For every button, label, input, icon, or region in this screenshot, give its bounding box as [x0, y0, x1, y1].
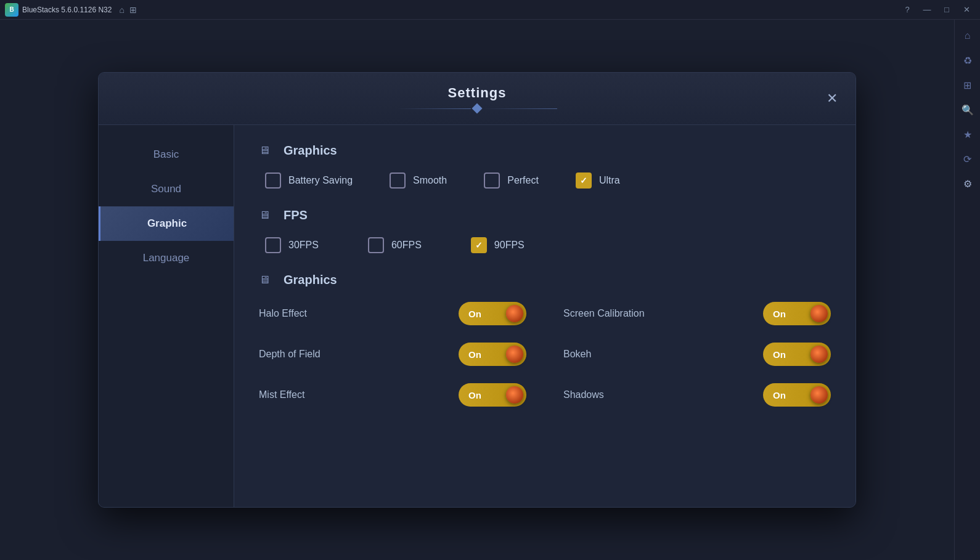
mist-effect-value: On — [468, 390, 481, 400]
sidebar-star-icon[interactable]: ★ — [958, 124, 978, 144]
nav-sound[interactable]: Sound — [99, 172, 234, 206]
sidebar-search-icon[interactable]: 🔍 — [958, 100, 978, 120]
perfect-option[interactable]: Perfect — [484, 172, 539, 189]
nav-graphic[interactable]: Graphic — [99, 206, 234, 241]
multiinstance-icon[interactable]: ⊞ — [129, 5, 137, 15]
shadows-row: Shadows On — [563, 383, 831, 407]
fps-header: 🖥 FPS — [259, 208, 831, 222]
fps90-checkmark: ✓ — [475, 240, 483, 250]
settings-content: 🖥 Graphics Battery Saving Smooth Perfect — [234, 125, 855, 507]
battery-saving-checkbox[interactable] — [265, 172, 281, 189]
mist-effect-knob — [506, 386, 523, 404]
battery-saving-option[interactable]: Battery Saving — [265, 172, 353, 189]
fps60-checkbox[interactable] — [368, 237, 384, 253]
close-button[interactable]: ✕ — [958, 1, 975, 18]
modal-title: Settings — [111, 85, 843, 101]
sidebar-home-icon[interactable]: ⌂ — [958, 26, 978, 46]
bokeh-knob — [811, 346, 828, 363]
ultra-checkbox[interactable]: ✓ — [576, 172, 592, 189]
depth-of-field-knob — [506, 346, 523, 363]
window-controls: ? — □ ✕ — [899, 1, 975, 18]
monitor-icon: 🖥 — [259, 144, 276, 158]
mist-effect-toggle[interactable]: On — [459, 383, 526, 407]
deco-line-right — [483, 108, 557, 109]
app-title: BlueStacks 5.6.0.1126 N32 — [22, 6, 112, 14]
bokeh-value: On — [773, 349, 786, 360]
screen-calibration-toggle[interactable]: On — [763, 302, 831, 325]
sidebar-refresh-icon[interactable]: ♻ — [958, 51, 978, 70]
help-button[interactable]: ? — [899, 1, 916, 18]
mist-effect-row: Mist Effect On — [259, 383, 526, 407]
graphics-quality-header: 🖥 Graphics — [259, 144, 831, 158]
nav-language[interactable]: Language — [99, 241, 234, 275]
screen-calibration-knob — [811, 305, 828, 322]
restore-button[interactable]: □ — [938, 1, 955, 18]
deco-diamond — [472, 103, 483, 114]
battery-saving-label: Battery Saving — [288, 175, 353, 186]
depth-of-field-label: Depth of Field — [259, 349, 321, 360]
fps30-option[interactable]: 30FPS — [265, 237, 319, 253]
modal-body: Basic Sound Graphic Language 🖥 Graphics … — [99, 125, 855, 507]
right-sidebar: ⌂ ♻ ⊞ 🔍 ★ ⟳ ⚙ — [954, 20, 980, 560]
perfect-checkbox[interactable] — [484, 172, 500, 189]
screen-calibration-row: Screen Calibration On — [563, 302, 831, 325]
effects-title: Graphics — [284, 273, 337, 287]
titlebar: B BlueStacks 5.6.0.1126 N32 ⌂ ⊞ ? — □ ✕ — [0, 0, 980, 20]
sidebar-apps-icon[interactable]: ⊞ — [958, 75, 978, 95]
fps-options: 30FPS 60FPS ✓ 90FPS — [259, 237, 831, 253]
home-icon[interactable]: ⌂ — [119, 5, 124, 15]
shadows-knob — [811, 386, 828, 404]
depth-of-field-row: Depth of Field On — [259, 343, 526, 366]
ultra-checkmark: ✓ — [580, 176, 587, 185]
shadows-value: On — [773, 390, 786, 400]
smooth-label: Smooth — [413, 175, 447, 186]
halo-effect-knob — [506, 305, 523, 322]
halo-effect-label: Halo Effect — [259, 308, 307, 319]
ultra-option[interactable]: ✓ Ultra — [576, 172, 620, 189]
halo-effect-row: Halo Effect On — [259, 302, 526, 325]
screen-calibration-label: Screen Calibration — [563, 308, 645, 319]
ultra-label: Ultra — [599, 175, 620, 186]
graphics-effects-header: 🖥 Graphics — [259, 273, 831, 287]
mist-effect-label: Mist Effect — [259, 389, 304, 400]
sidebar-rotate-icon[interactable]: ⟳ — [958, 149, 978, 169]
perfect-label: Perfect — [507, 175, 539, 186]
title-decoration — [111, 105, 843, 112]
screen-calibration-value: On — [773, 309, 786, 319]
bokeh-toggle[interactable]: On — [763, 343, 831, 366]
settings-modal: Settings ✕ Basic Sound Graphic Language — [98, 72, 856, 508]
app-logo: B — [5, 3, 18, 17]
smooth-option[interactable]: Smooth — [390, 172, 447, 189]
halo-effect-toggle[interactable]: On — [459, 302, 526, 325]
fps90-option[interactable]: ✓ 90FPS — [471, 237, 525, 253]
settings-nav: Basic Sound Graphic Language — [99, 125, 234, 507]
fps90-label: 90FPS — [494, 240, 525, 251]
bokeh-label: Bokeh — [563, 349, 591, 360]
fps-title: FPS — [284, 208, 308, 222]
depth-of-field-toggle[interactable]: On — [459, 343, 526, 366]
bokeh-row: Bokeh On — [563, 343, 831, 366]
halo-effect-value: On — [468, 309, 481, 319]
graphics-quality-options: Battery Saving Smooth Perfect ✓ — [259, 172, 831, 189]
nav-basic[interactable]: Basic — [99, 137, 234, 172]
effects-grid: Halo Effect On Screen Calibration On — [259, 302, 831, 407]
fps90-checkbox[interactable]: ✓ — [471, 237, 487, 253]
smooth-checkbox[interactable] — [390, 172, 406, 189]
modal-header: Settings ✕ — [99, 73, 855, 125]
deco-line-left — [397, 108, 471, 109]
graphics-quality-title: Graphics — [284, 144, 337, 158]
modal-overlay: Settings ✕ Basic Sound Graphic Language — [0, 20, 954, 560]
fps30-checkbox[interactable] — [265, 237, 281, 253]
minimize-button[interactable]: — — [918, 1, 936, 18]
effects-monitor-icon: 🖥 — [259, 274, 276, 287]
sidebar-settings-icon[interactable]: ⚙ — [958, 174, 978, 193]
fps60-label: 60FPS — [391, 240, 422, 251]
depth-of-field-value: On — [468, 349, 481, 360]
fps-monitor-icon: 🖥 — [259, 209, 276, 222]
modal-close-button[interactable]: ✕ — [821, 87, 843, 110]
shadows-label: Shadows — [563, 389, 604, 400]
titlebar-icons: ⌂ ⊞ — [119, 5, 136, 15]
fps60-option[interactable]: 60FPS — [368, 237, 422, 253]
fps30-label: 30FPS — [288, 240, 319, 251]
shadows-toggle[interactable]: On — [763, 383, 831, 407]
